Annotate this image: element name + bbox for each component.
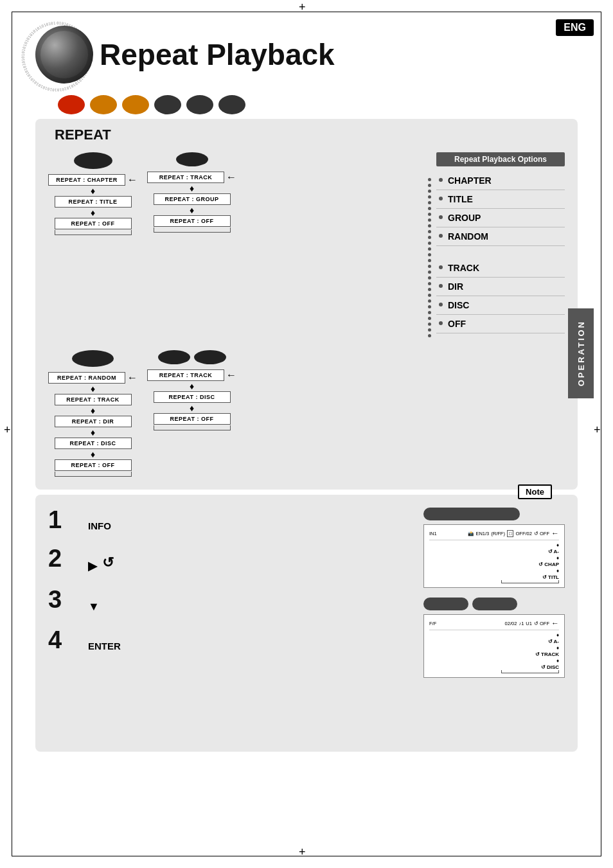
step-1: 1 INFO — [48, 508, 411, 532]
vcd-button1 — [158, 350, 190, 364]
dot-dark1 — [154, 95, 181, 114]
flow-box-dvd-2: REPEAT : TITLE — [55, 196, 132, 208]
flow-box-mp3-4: REPEAT : DISC — [55, 438, 132, 449]
flow-vcd: REPEAT : TRACK ← ♦ REPEAT : DISC ♦ REPEA… — [147, 350, 236, 430]
flow-box-mp3-1: REPEAT : RANDOM — [48, 372, 125, 384]
cross-bottom — [301, 851, 312, 862]
dot-track — [439, 265, 443, 269]
flow-box-cd-3: REPEAT : OFF — [154, 215, 231, 227]
diag2-oval2 — [472, 598, 517, 610]
diag2-oval1 — [423, 598, 468, 610]
flow-box-mp3-3: REPEAT : DIR — [55, 416, 132, 427]
note-badge: Note — [518, 484, 552, 499]
flow-box-vcd-3: REPEAT : OFF — [154, 413, 231, 425]
flow-cd: REPEAT : TRACK ← ♦ REPEAT : GROUP ♦ REPE… — [147, 152, 236, 233]
dot-chapter — [439, 178, 443, 182]
step3-arrow: ▼ — [88, 600, 100, 614]
vcd-button2 — [194, 350, 226, 364]
cross-right — [596, 429, 607, 439]
step1-text: INFO — [88, 520, 111, 531]
spacer-random — [436, 246, 565, 259]
header-icon — [35, 26, 93, 84]
arrow1: ♦ — [91, 186, 95, 195]
step3-number: 3 — [48, 587, 80, 612]
flow-box-vcd-2: REPEAT : DISC — [154, 391, 231, 403]
steps-right: IN1 📸EN1/3(R/FF)□OFF/02↺ OFF← ♦ ↺ A- ♦ ↺… — [423, 508, 565, 678]
step4-text: ENTER — [88, 641, 121, 651]
bracket-mp3 — [55, 472, 132, 477]
operation-tab: OPERATION — [568, 308, 594, 398]
option-random: RANDOM — [436, 227, 565, 246]
repeat-title: REPEAT — [55, 127, 565, 143]
diag2-box: F/F 02/02♪1U1↺ OFF← ♦ ↺ A- ♦ ↺ TRACK ♦ ↺… — [423, 614, 565, 678]
option-chapter: CHAPTER — [436, 172, 565, 190]
step2-number: 2 — [48, 546, 80, 571]
step4-number: 4 — [48, 628, 80, 652]
dot-dark3 — [218, 95, 245, 114]
repeat-section: REPEAT REPEAT : CHAPTER ← ♦ REPEAT : TIT… — [35, 119, 578, 490]
dot-red — [58, 95, 85, 114]
steps-content: 1 INFO 2 ▶ ↺ 3 ▼ — [48, 508, 565, 678]
step-4: 4 ENTER — [48, 628, 411, 652]
flow-box-mp3-2: REPEAT : TRACK — [55, 394, 132, 405]
dot-disc — [439, 303, 443, 306]
dot-off — [439, 321, 443, 325]
arrow-cd1: ♦ — [190, 184, 194, 193]
dot-random — [439, 234, 443, 238]
arrow-cd2: ♦ — [190, 206, 194, 215]
dot-dark2 — [186, 95, 213, 114]
diag1-box: IN1 📸EN1/3(R/FF)□OFF/02↺ OFF← ♦ ↺ A- ♦ ↺… — [423, 524, 565, 588]
bracket-cd — [154, 227, 231, 233]
flow-box-dvd-1: REPEAT : CHAPTER — [48, 174, 125, 186]
bracket-vcd — [154, 425, 231, 430]
dots-row — [58, 95, 245, 114]
header: Repeat Playback — [35, 26, 574, 84]
diagram2: F/F 02/02♪1U1↺ OFF← ♦ ↺ A- ♦ ↺ TRACK ♦ ↺… — [423, 598, 565, 678]
option-disc: DISC — [436, 296, 565, 315]
flow-box-cd-1: REPEAT : TRACK — [147, 172, 224, 183]
dot-orange — [90, 95, 117, 114]
page-title: Repeat Playback — [100, 37, 335, 72]
option-title: TITLE — [436, 190, 565, 209]
options-list: CHAPTER TITLE GROUP RANDOM TRACK — [436, 172, 565, 333]
steps-section: Note 1 INFO 2 ▶ ↺ 3 — [35, 495, 578, 752]
step2-arrow: ▶ — [88, 559, 97, 573]
flow-row2: REPEAT : RANDOM ← ♦ REPEAT : TRACK ♦ REP… — [48, 350, 565, 477]
step-3: 3 ▼ — [48, 587, 411, 614]
options-panel-title: Repeat Playback Options — [436, 152, 565, 166]
step2-icon: ↺ — [102, 554, 114, 571]
option-dir: DIR — [436, 278, 565, 296]
diagram1: IN1 📸EN1/3(R/FF)□OFF/02↺ OFF← ♦ ↺ A- ♦ ↺… — [423, 508, 565, 588]
flow-box-dvd-3: REPEAT : OFF — [55, 218, 132, 229]
options-panel: Repeat Playback Options CHAPTER TITLE GR… — [436, 152, 565, 333]
flow-box-mp3-5: REPEAT : OFF — [55, 459, 132, 471]
dot-orange2 — [122, 95, 149, 114]
cross-left — [6, 429, 17, 439]
option-off: OFF — [436, 315, 565, 333]
option-track: TRACK — [436, 259, 565, 278]
dvd-button — [74, 152, 112, 169]
separator-dots — [423, 152, 436, 337]
flow-dvd: REPEAT : CHAPTER ← ♦ REPEAT : TITLE ♦ RE… — [48, 152, 138, 235]
cd-button — [176, 152, 208, 166]
dot-dir — [439, 284, 443, 288]
arrow2: ♦ — [91, 208, 95, 217]
flow-mp3: REPEAT : RANDOM ← ♦ REPEAT : TRACK ♦ REP… — [48, 350, 138, 477]
steps-left: 1 INFO 2 ▶ ↺ 3 ▼ — [48, 508, 411, 666]
step1-number: 1 — [48, 508, 80, 532]
flow-box-cd-2: REPEAT : GROUP — [154, 193, 231, 205]
dot-title — [439, 197, 443, 200]
bracket-dvd — [55, 230, 132, 235]
dot-group — [439, 215, 443, 219]
flow-box-vcd-1: REPEAT : TRACK — [147, 369, 224, 381]
cross-top — [301, 6, 312, 17]
step-2: 2 ▶ ↺ — [48, 546, 411, 573]
diag1-oval — [423, 508, 520, 520]
mp3-button — [72, 350, 114, 367]
option-group: GROUP — [436, 209, 565, 227]
